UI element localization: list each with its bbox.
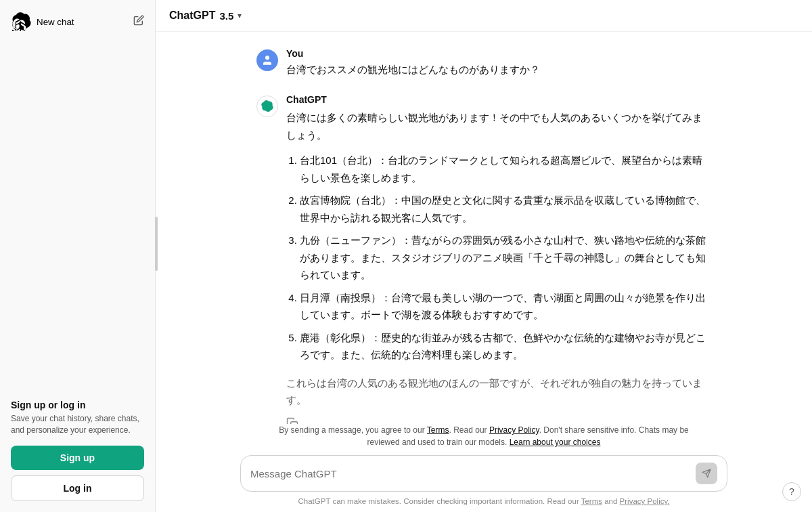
copy-icon-area[interactable] (286, 417, 711, 425)
user-content: You 台湾でおススメの観光地にはどんなものがありますか？ (286, 48, 540, 78)
edit-icon (133, 15, 144, 26)
list-item: 九份（ニューファン）：昔ながらの雰囲気が残る小さな山村で、狭い路地や伝統的な茶館… (300, 232, 711, 284)
gpt-content: ChatGPT 台湾には多くの素晴らしい観光地があります！その中でも人気のあるい… (286, 94, 711, 424)
chat-version: 3.5 (219, 10, 233, 22)
signup-prompt-title: Sign up or log in (11, 400, 144, 410)
gpt-list: 台北101（台北）：台北のランドマークとして知られる超高層ビルで、展望台からは素… (286, 152, 711, 364)
footer-privacy-link[interactable]: Privacy Policy. (620, 497, 670, 505)
edit-icon-button[interactable] (129, 11, 148, 33)
terms-link[interactable]: Terms (427, 425, 449, 435)
sidebar-scrollbar (155, 217, 158, 271)
svg-point-0 (265, 56, 269, 60)
chevron-down-icon[interactable]: ▾ (238, 11, 242, 20)
gpt-avatar (256, 95, 278, 117)
gpt-intro: 台湾には多くの素晴らしい観光地があります！その中でも人気のあるいくつかを挙げてみ… (286, 109, 711, 144)
user-icon (261, 54, 273, 66)
signup-button[interactable]: Sign up (11, 446, 144, 470)
chat-header: ChatGPT 3.5 ▾ (156, 0, 812, 32)
terms-notice: By sending a message, you agree to our T… (274, 424, 694, 448)
sidebar: New chat Sign up or log in Save your cha… (0, 0, 156, 512)
message-input[interactable] (250, 468, 696, 479)
send-button[interactable] (696, 463, 717, 484)
login-button[interactable]: Log in (11, 475, 144, 501)
privacy-policy-link[interactable]: Privacy Policy (489, 425, 539, 435)
signup-prompt-desc: Save your chat history, share chats, and… (11, 413, 144, 436)
learn-choices-link[interactable]: Learn about your choices (510, 438, 601, 447)
main-content: ChatGPT 3.5 ▾ You 台湾でおススメの観光地にはどんなものがありま… (156, 0, 812, 512)
list-item: 台北101（台北）：台北のランドマークとして知られる超高層ビルで、展望台からは素… (300, 152, 711, 186)
user-message: You 台湾でおススメの観光地にはどんなものがありますか？ (256, 48, 711, 78)
gpt-text: 台湾には多くの素晴らしい観光地があります！その中でも人気のあるいくつかを挙げてみ… (286, 109, 711, 409)
sidebar-bottom: Sign up or log in Save your chat history… (0, 389, 155, 512)
footer-notice: ChatGPT can make mistakes. Consider chec… (298, 497, 669, 505)
messages-area: You 台湾でおススメの観光地にはどんなものがありますか？ ChatGPT 台湾… (156, 32, 812, 424)
list-item: 故宮博物院（台北）：中国の歴史と文化に関する貴重な展示品を収蔵している博物館で、… (300, 192, 711, 226)
footer-terms-link[interactable]: Terms (581, 497, 602, 505)
sidebar-top: New chat (0, 0, 155, 43)
new-chat-label: New chat (37, 17, 74, 27)
gpt-message: ChatGPT 台湾には多くの素晴らしい観光地があります！その中でも人気のあるい… (256, 94, 711, 424)
gpt-logo-icon (261, 100, 273, 112)
new-chat-button[interactable]: New chat (7, 8, 80, 35)
copy-icon (286, 417, 298, 425)
list-item: 鹿港（彰化県）：歴史的な街並みが残る古都で、色鮮やかな伝統的な建物やお寺が見どこ… (300, 329, 711, 364)
user-avatar (256, 49, 278, 71)
user-label: You (286, 48, 540, 59)
send-icon (702, 469, 711, 478)
chat-title: ChatGPT (169, 9, 215, 22)
input-row (240, 455, 727, 492)
gpt-label: ChatGPT (286, 94, 711, 105)
message-block: You 台湾でおススメの観光地にはどんなものがありますか？ ChatGPT 台湾… (240, 48, 727, 424)
gpt-conclusion: これらは台湾の人気のある観光地のほんの一部ですが、それぞれが独自の魅力を持ってい… (286, 375, 711, 409)
help-button[interactable]: ? (782, 482, 801, 501)
list-item: 日月潭（南投県）：台湾で最も美しい湖の一つで、青い湖面と周囲の山々が絶景を作り出… (300, 289, 711, 324)
bottom-area: By sending a message, you agree to our T… (156, 424, 812, 512)
openai-logo-icon (12, 12, 31, 31)
user-text: 台湾でおススメの観光地にはどんなものがありますか？ (286, 62, 540, 78)
